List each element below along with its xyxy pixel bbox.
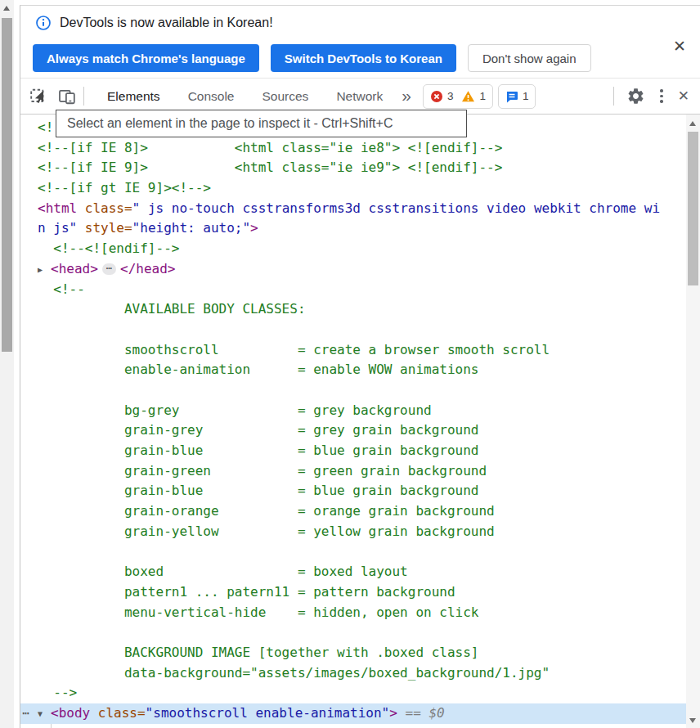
tree-row[interactable]: data-background="assets/images/boxed_bac… [20,663,686,684]
more-options-kebab-icon[interactable] [650,89,673,103]
warning-icon [461,90,475,103]
infobar-close-icon[interactable]: ✕ [673,37,686,56]
code-segment: data-background="assets/images/boxed_bac… [38,665,550,681]
disclosure-triangle-down[interactable]: ▼ [38,704,51,724]
toolbar-divider [83,87,84,106]
dont-show-again-button[interactable]: Don't show again [468,44,591,72]
tree-row[interactable]: <!--[if gt IE 9]><!--> [20,178,686,199]
code-segment: grain-green = green grain background [38,463,487,479]
tree-row[interactable] [20,320,686,340]
infobar-message: DevTools is now available in Korean! [60,16,273,30]
tree-row[interactable] [20,542,686,562]
code-segment: menu-vertical-hide = hidden, open on cli… [38,604,478,620]
devtools-window: DevTools is now available in Korean! Alw… [20,5,700,728]
code-segment: --> [38,685,77,700]
tree-row[interactable]: AVAILABLE BODY CLASSES: [20,299,686,320]
tree-row[interactable]: boxed = boxed layout [20,562,686,582]
tree-row[interactable]: grain-yellow = yellow grain background [20,522,686,542]
tree-row[interactable]: pattern1 ... patern11 = pattern backgrou… [20,582,686,603]
tree-row[interactable]: BACKGROUND IMAGE [together with .boxed c… [20,643,686,663]
code-segment: <head> [51,261,98,276]
code-segment: style= [85,220,132,236]
more-tabs-icon[interactable]: » [402,87,411,106]
settings-gear-icon[interactable] [621,87,650,106]
code-segment: class= [98,705,146,721]
elements-panel: <!<!--[if IE 8]> <html class="ie ie8"> <… [20,115,700,728]
code-segment: <html [38,200,77,216]
code-segment: boxed = boxed layout [38,564,408,579]
tree-row[interactable]: grain-green = green grain background [20,461,686,482]
issues-badge[interactable]: 1 [498,84,536,109]
tree-row[interactable]: n js" style="height: auto;"> [20,218,686,239]
tree-row[interactable]: <html class=" js no-touch csstransforms3… [20,199,686,219]
tree-row[interactable]: <!--[if IE 9]> <html class="ie ie9"> <![… [20,158,686,178]
tree-row[interactable]: menu-vertical-hide = hidden, open on cli… [20,603,686,623]
elements-vertical-scrollbar[interactable] [686,115,700,728]
tree-row[interactable] [20,622,686,643]
code-segment: <!--[if gt IE 9]><!--> [38,180,211,195]
code-segment: > [389,705,397,721]
disclosure-triangle-right[interactable]: ▶ [38,260,51,280]
dom-tree: <!<!--[if IE 8]> <html class="ie ie8"> <… [20,115,686,728]
tree-row[interactable]: <!--<![endif]--> [20,239,686,259]
tree-row[interactable]: <!--[if IE 8]> <html class="ie ie8"> <![… [20,138,686,159]
tree-row[interactable]: ▶<head>⋯</head> [20,259,686,280]
code-segment: </head> [120,261,175,276]
gutter-more-icon[interactable]: ⋯ [22,703,38,724]
tree-row[interactable]: enable-animation = enable WOW animations [20,360,686,380]
scroll-up-arrow-icon[interactable] [3,6,10,11]
errors-warnings-badge[interactable]: 3 1 [423,84,493,109]
code-segment: grain-grey = grey grain background [38,422,478,438]
code-segment: smoothscroll = create a browser smooth s… [38,342,550,357]
inline-expand-button[interactable]: ⋯ [102,263,116,275]
scrollbar-thumb[interactable] [2,18,12,352]
tab-console[interactable]: Console [174,79,249,114]
issues-message-icon [505,90,518,103]
code-segment: class= [85,200,132,216]
tree-row[interactable]: grain-blue = blue grain background [20,481,686,501]
code-segment: bg-grey = grey background [38,402,432,418]
issues-count: 1 [523,90,529,102]
code-segment: enable-animation = enable WOW animations [38,362,478,377]
language-infobar: DevTools is now available in Korean! Alw… [20,6,700,79]
device-toolbar-icon[interactable] [58,88,76,106]
tree-row[interactable] [20,380,686,401]
info-icon [35,15,52,31]
tab-elements[interactable]: Elements [93,79,174,114]
code-segment: grain-blue = blue grain background [38,483,478,498]
selected-tree-row[interactable]: ⋯▼<body class="smoothscroll enable-anima… [20,703,686,724]
warning-count: 1 [479,90,486,102]
tab-network[interactable]: Network [322,79,397,114]
tree-row[interactable]: --> [20,683,686,703]
inspect-element-icon[interactable] [29,88,47,106]
scroll-up-arrow-icon[interactable] [689,121,696,126]
switch-devtools-korean-button[interactable]: Switch DevTools to Korean [271,44,456,72]
scrollbar-thumb[interactable] [688,132,698,285]
tree-row[interactable]: grain-grey = grey grain background [20,420,686,441]
always-match-language-button[interactable]: Always match Chrome's language [33,44,259,72]
page-vertical-scrollbar[interactable] [0,0,14,728]
code-segment: pattern1 ... patern11 = pattern backgrou… [38,584,455,600]
code-segment: <!--[if IE 9]> <html class="ie ie9"> <![… [38,160,502,175]
indent-guide [51,724,686,728]
devtools-close-icon[interactable]: ✕ [673,88,700,105]
inspect-tooltip: Select an element in the page to inspect… [56,110,467,137]
tab-sources[interactable]: Sources [249,79,323,114]
code-segment: "height: auto;" [132,220,251,236]
tree-row[interactable]: bg-grey = grey background [20,401,686,421]
error-count: 3 [447,90,454,102]
tree-row[interactable]: smoothscroll = create a browser smooth s… [20,340,686,361]
code-segment: <! [38,119,53,135]
tree-row[interactable]: grain-orange = orange grain background [20,501,686,522]
code-segment: grain-yellow = yellow grain background [38,524,495,539]
code-segment: AVAILABLE BODY CLASSES: [38,301,306,317]
code-segment [90,705,98,721]
scroll-down-arrow-icon[interactable] [689,718,696,723]
code-segment [77,220,85,236]
code-segment: n js" [38,220,77,236]
panel-tabs: Elements Console Sources Network [93,79,397,114]
code-segment [77,200,85,216]
tree-row[interactable]: grain-blue = blue grain background [20,441,686,461]
tree-row[interactable]: <!-- [20,280,686,300]
code-segment: > [250,220,258,236]
